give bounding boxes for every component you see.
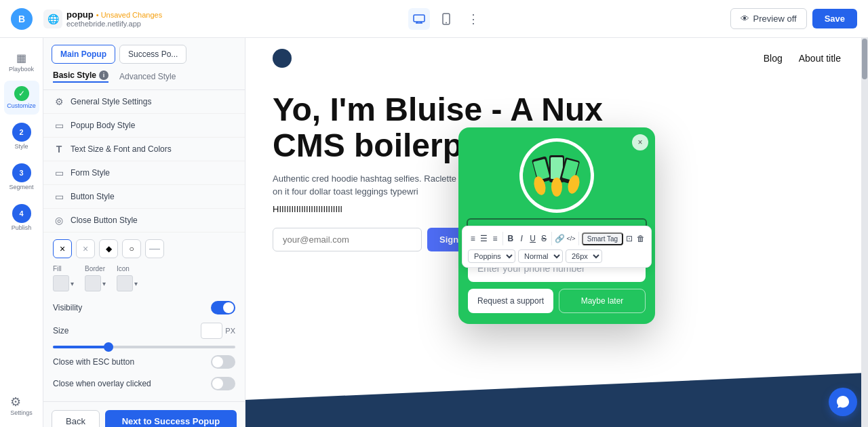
customize-check-icon: ✓	[14, 86, 29, 101]
underline-btn[interactable]: U	[528, 230, 537, 247]
website-nav: Blog About title	[245, 38, 868, 79]
desktop-view-btn[interactable]	[408, 8, 430, 30]
settings-item[interactable]: ⚙ Settings	[10, 394, 33, 416]
swatch-circle[interactable]: ○	[122, 239, 141, 258]
unsaved-indicator: • Unsaved Changes	[96, 11, 162, 19]
bold-btn[interactable]: B	[506, 230, 515, 247]
website-footer-shape	[245, 373, 868, 427]
icon-arrow[interactable]: ▾	[134, 280, 138, 287]
border-label: Border	[85, 265, 106, 272]
general-style-item[interactable]: ⚙ General Style Settings	[43, 90, 245, 114]
visibility-toggle[interactable]	[211, 301, 235, 314]
back-button[interactable]: Back	[52, 410, 100, 427]
website-nav-links: Blog About title	[764, 53, 841, 64]
size-unit: PX	[225, 327, 235, 335]
sidebar-item-customize[interactable]: ✓ Customize	[4, 81, 39, 115]
align-right-btn[interactable]: ≡	[490, 230, 500, 247]
form-icon: ▭	[53, 167, 65, 178]
sidebar-label-segment: Segment	[9, 184, 33, 190]
nav-blog: Blog	[764, 53, 783, 64]
close-esc-row: Close with ESC button	[53, 351, 235, 373]
visibility-row: Visibility	[53, 297, 235, 319]
swatch-diamond[interactable]: ◆	[99, 239, 118, 258]
size-input[interactable]: 8	[201, 323, 222, 339]
chat-icon	[835, 394, 850, 409]
font-family-select[interactable]: Poppins	[468, 249, 515, 263]
settings-icon: ⚙	[10, 394, 33, 409]
sidebar-item-playbook[interactable]: ▦ Playbook	[4, 46, 39, 78]
italic-btn[interactable]: I	[517, 230, 526, 247]
style-menu: ⚙ General Style Settings ▭ Popup Body St…	[43, 90, 245, 232]
size-slider-track[interactable]	[53, 346, 235, 348]
text-style-label: Text Size & Font and Colors	[71, 144, 172, 154]
swatch-none[interactable]: —	[145, 239, 164, 258]
close-overlay-toggle[interactable]	[211, 377, 235, 390]
email-input[interactable]	[273, 228, 422, 251]
code-btn[interactable]: </>	[566, 230, 576, 247]
basic-style-tab[interactable]: Basic Style i	[53, 70, 108, 83]
popup-body-item[interactable]: ▭ Popup Body Style	[43, 114, 245, 138]
smart-tag-btn[interactable]: Smart Tag	[582, 232, 623, 245]
toolbar-sep-3	[578, 232, 579, 245]
main-popup-tab[interactable]: Main Popup	[52, 45, 115, 64]
button-style-item[interactable]: ▭ Button Style	[43, 185, 245, 209]
popup-close-btn[interactable]: ×	[632, 134, 648, 150]
save-btn[interactable]: Save	[812, 9, 857, 28]
svg-rect-0	[414, 15, 425, 22]
more-options-btn[interactable]: ⋮	[462, 8, 484, 30]
close-btn-swatches: × × ◆ ○ —	[53, 239, 235, 258]
border-column: Border ▾	[85, 265, 106, 291]
align-center-btn[interactable]: ☰	[479, 230, 488, 247]
close-esc-toggle[interactable]	[211, 355, 235, 369]
popup-box: × ≡ ☰ ≡ B I U S	[458, 127, 655, 324]
style-tabs: Basic Style i Advanced Style	[43, 64, 245, 90]
sidebar-item-segment[interactable]: 3 Segment	[4, 158, 39, 196]
font-weight-select[interactable]: Normal	[518, 249, 563, 263]
sidebar-label-playbook: Playbook	[9, 66, 34, 73]
text-style-item[interactable]: T Text Size & Font and Colors	[43, 138, 245, 161]
style-panel: Main Popup Success Po... Basic Style i A…	[43, 38, 245, 427]
copy-btn[interactable]: ⊡	[625, 230, 634, 247]
size-slider-thumb[interactable]	[104, 342, 113, 352]
link-btn[interactable]: 🔗	[555, 230, 565, 247]
preview-btn[interactable]: 👁 Preview off	[730, 8, 807, 29]
canvas-area: Blog About title Yo, I'm Bluise - A Nux …	[245, 38, 868, 427]
sidebar-item-publish[interactable]: 4 Publish	[4, 199, 39, 237]
gear-small-icon: ⚙	[53, 96, 65, 107]
close-button-style-item[interactable]: ◎ Close Button Style	[43, 209, 245, 232]
scrollbar-thumb[interactable]	[862, 39, 867, 79]
button-style-label: Button Style	[71, 192, 115, 201]
button-icon: ▭	[53, 191, 65, 202]
canvas-scrollbar[interactable]	[861, 38, 868, 427]
support-btn[interactable]: Request a support	[468, 289, 553, 313]
fill-arrow[interactable]: ▾	[71, 280, 74, 287]
advanced-style-tab[interactable]: Advanced Style	[119, 70, 176, 83]
success-popup-tab[interactable]: Success Po...	[119, 45, 186, 64]
later-btn[interactable]: Maybe later	[559, 289, 646, 313]
icon-swatch[interactable]	[117, 275, 133, 291]
fill-swatch[interactable]	[53, 275, 69, 291]
swatch-x2[interactable]: ×	[76, 239, 95, 258]
align-left-btn[interactable]: ≡	[468, 230, 477, 247]
border-swatch[interactable]	[85, 275, 101, 291]
chat-widget[interactable]	[829, 388, 857, 416]
svg-point-13	[551, 178, 562, 197]
mobile-view-btn[interactable]	[435, 8, 457, 30]
next-button[interactable]: Next to Success Popup	[105, 410, 237, 427]
border-arrow[interactable]: ▾	[102, 280, 106, 287]
size-label: Size	[53, 326, 68, 336]
playbook-icon: ▦	[16, 52, 26, 64]
delete-btn[interactable]: 🗑	[636, 230, 646, 247]
strikethrough-btn[interactable]: S	[539, 230, 549, 247]
sidebar-item-style[interactable]: 2 Style	[4, 117, 39, 155]
swatch-x-selected[interactable]: ×	[53, 239, 72, 258]
settings-label: Settings	[10, 409, 33, 416]
site-info: 🌐 popup • Unsaved Changes ecethebride.ne…	[43, 9, 162, 28]
popup-body-label: Popup Body Style	[71, 121, 135, 130]
font-size-select[interactable]: 26px	[566, 249, 602, 263]
website-logo-icon	[273, 49, 292, 68]
size-input-wrap: 8 PX	[201, 323, 235, 339]
body-icon: ▭	[53, 120, 65, 131]
form-style-item[interactable]: ▭ Form Style	[43, 161, 245, 185]
style-step-number: 2	[12, 123, 31, 142]
